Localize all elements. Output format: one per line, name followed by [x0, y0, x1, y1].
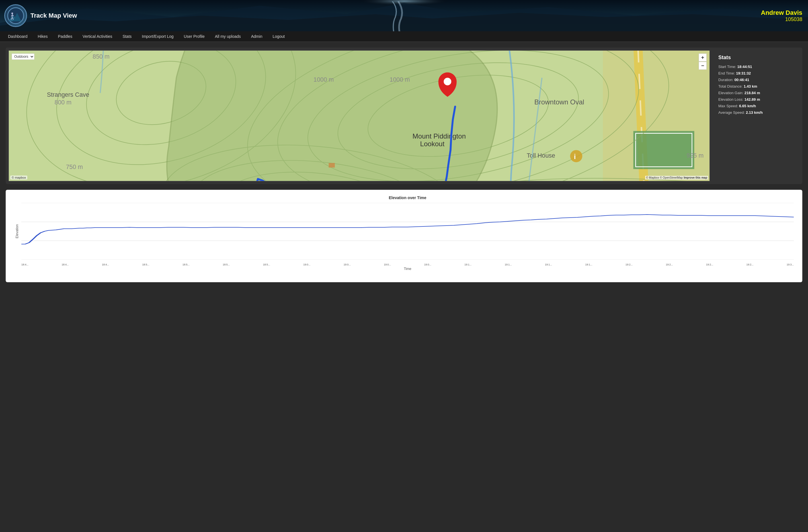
svg-text:Strangers Cave: Strangers Cave	[47, 91, 89, 98]
svg-text:1000 m: 1000 m	[390, 76, 410, 83]
stats-start-time: Start Time: 18:44:51	[718, 64, 795, 69]
nav-item-dashboard[interactable]: Dashboard	[3, 31, 33, 41]
chart-x-ticks: 18:4... 18:4... 18:4... 18:5... 18:5... …	[21, 263, 794, 266]
map-controls: + −	[699, 54, 706, 70]
chart-y-label: Elevation	[15, 224, 19, 238]
nav-item-profile[interactable]: User Profile	[179, 31, 210, 41]
svg-text:1000 m: 1000 m	[313, 76, 334, 83]
nav-item-paddles[interactable]: Paddles	[53, 31, 78, 41]
user-info: Andrew Davis 105038	[761, 9, 803, 22]
user-name: Andrew Davis	[761, 9, 803, 17]
svg-text:850 m: 850 m	[93, 53, 109, 60]
svg-point-54	[570, 150, 582, 162]
svg-rect-56	[329, 163, 335, 168]
logo-svg	[7, 7, 24, 24]
app-logo	[4, 4, 27, 27]
svg-text:Lookout: Lookout	[420, 140, 445, 148]
stats-avg-speed: Average Speed: 2.13 km/h	[718, 110, 795, 115]
user-id: 105038	[761, 17, 803, 22]
mapbox-logo: © mapbox	[10, 175, 27, 179]
svg-rect-57	[21, 203, 794, 260]
nav-item-hikes[interactable]: Hikes	[33, 31, 53, 41]
nav-list: Dashboard Hikes Paddles Vertical Activit…	[3, 31, 805, 41]
stats-end-time: End Time: 19:31:32	[718, 71, 795, 75]
improve-map-link[interactable]: Improve this map	[684, 176, 707, 179]
stats-title: Stats	[718, 55, 795, 61]
nav-item-vertical[interactable]: Vertical Activities	[77, 31, 117, 41]
map-container: Ferris Cave Circuit and Boronia Point Bo…	[8, 50, 710, 181]
nav-item-import[interactable]: Import/Export Log	[137, 31, 179, 41]
zoom-in-button[interactable]: +	[699, 54, 706, 61]
chart-title: Elevation over Time	[21, 195, 794, 200]
chart-area: Elevation 1,100 1,050 1,000 950	[21, 203, 794, 260]
stats-duration: Duration: 00:46:41	[718, 78, 795, 82]
svg-text:Browntown Oval: Browntown Oval	[534, 98, 584, 106]
svg-point-7	[12, 13, 13, 14]
nav-item-admin[interactable]: Admin	[246, 31, 268, 41]
stats-elevation-loss: Elevation Loss: 142.89 m	[718, 97, 795, 101]
stats-total-distance: Total Distance: 1.43 km	[718, 84, 795, 89]
map-svg: Ferris Cave Circuit and Boronia Point Bo…	[9, 51, 710, 181]
svg-text:Toll House: Toll House	[527, 152, 555, 159]
svg-rect-15	[633, 131, 694, 169]
main-nav: Dashboard Hikes Paddles Vertical Activit…	[0, 31, 808, 42]
stats-panel: Stats Start Time: 18:44:51 End Time: 19:…	[714, 50, 800, 181]
svg-text:i: i	[574, 153, 576, 160]
stats-max-speed: Max Speed: 6.65 km/h	[718, 104, 795, 108]
chart-svg: 1,100 1,050 1,000 950	[21, 203, 794, 260]
nav-item-stats[interactable]: Stats	[117, 31, 137, 41]
svg-text:Mount Piddington: Mount Piddington	[412, 132, 466, 140]
app-title: Track Map View	[31, 12, 77, 19]
zoom-out-button[interactable]: −	[699, 62, 706, 70]
elevation-chart: Elevation over Time Elevation 1,100 1,05…	[6, 190, 802, 282]
svg-point-52	[444, 78, 451, 86]
nav-item-uploads[interactable]: All my uploads	[210, 31, 246, 41]
nav-item-logout[interactable]: Logout	[267, 31, 290, 41]
chart-x-label: Time	[21, 267, 794, 271]
main-content: Ferris Cave Circuit and Boronia Point Bo…	[0, 42, 808, 288]
stats-elevation-gain: Elevation Gain: 218.84 m	[718, 91, 795, 95]
svg-text:800 m: 800 m	[55, 99, 71, 106]
map-style-select[interactable]: Outdoors Streets Satellite	[12, 54, 34, 60]
header: Track Map View Andrew Davis 105038	[0, 0, 808, 31]
map-stats-section: Ferris Cave Circuit and Boronia Point Bo…	[6, 48, 802, 184]
svg-text:750 m: 750 m	[66, 164, 83, 170]
svg-text:925 m: 925 m	[687, 152, 703, 159]
map-attribution: © Mapbox © OpenStreetMap Improve this ma…	[645, 176, 708, 179]
header-mountain-svg	[0, 0, 808, 31]
